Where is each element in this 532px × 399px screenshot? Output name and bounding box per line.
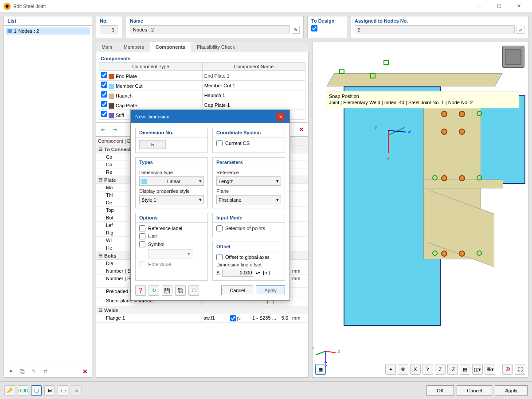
- view-3d-panel[interactable]: y z x Snap Position Joint | Elementary W…: [312, 42, 528, 378]
- ref-select[interactable]: Length▾: [216, 176, 281, 186]
- name-input[interactable]: [130, 25, 290, 34]
- dim-type-label: Dimension type: [139, 170, 204, 175]
- footer-view1-icon[interactable]: ▢: [31, 385, 42, 396]
- tab-components[interactable]: Components: [150, 42, 191, 52]
- view-print-icon[interactable]: 🖶▾: [485, 364, 495, 375]
- dim-type-select[interactable]: Linear▾: [139, 176, 204, 186]
- dim-offset-unit: [m]: [263, 270, 270, 275]
- spinner-icon[interactable]: ▴▾: [256, 270, 260, 275]
- tabs: Main Members Components Plausibility Che…: [96, 42, 309, 52]
- view-snap-icon[interactable]: ⦿: [502, 364, 513, 375]
- view-eye-icon[interactable]: 👁: [398, 364, 408, 375]
- tab-members[interactable]: Members: [118, 42, 150, 52]
- snap-tooltip: Snap Position Joint | Elementary Weld | …: [326, 91, 519, 108]
- list-toolbar: ✳ ⿻ ✎ ⇄ ✕: [4, 365, 92, 377]
- modal-close-button[interactable]: ✕: [276, 113, 285, 121]
- list-item[interactable]: 1 Nodes : 2: [6, 27, 90, 35]
- todesign-card: To Design: [307, 16, 347, 38]
- row-checkbox[interactable]: [101, 91, 107, 98]
- assigned-input[interactable]: [355, 25, 515, 34]
- delta-symbol: Δ: [216, 270, 219, 275]
- minimize-button[interactable]: —: [470, 0, 489, 12]
- tab-main[interactable]: Main: [96, 42, 118, 52]
- list-item-label: Nodes : 2: [18, 28, 39, 34]
- apply-button[interactable]: Apply: [495, 385, 528, 396]
- rename-icon[interactable]: ✎: [292, 26, 300, 34]
- refresh-icon[interactable]: ↻: [149, 285, 159, 296]
- group-welds[interactable]: ⊟Welds: [96, 306, 308, 314]
- offset-global-checkbox[interactable]: [216, 254, 223, 260]
- plane-label: Plane: [216, 188, 281, 194]
- screen-icon[interactable]: 🖵: [188, 285, 199, 296]
- footer-view2-icon[interactable]: ⊞: [44, 385, 55, 396]
- close-button[interactable]: ✕: [509, 0, 528, 12]
- swatch-icon: [109, 74, 114, 79]
- move-right-icon[interactable]: ⇥: [110, 125, 119, 134]
- help-icon[interactable]: ❓: [135, 285, 146, 296]
- ok-button[interactable]: OK: [426, 385, 454, 396]
- swatch-icon: [109, 94, 114, 99]
- disp-label: Display properties style: [139, 188, 204, 194]
- view-frame-icon[interactable]: ▦: [315, 364, 326, 375]
- todesign-label: To Design: [311, 18, 343, 23]
- selection-points-checkbox[interactable]: [216, 225, 223, 231]
- symbol-checkbox[interactable]: [139, 241, 145, 247]
- footer-units-icon[interactable]: 0,00: [18, 385, 28, 396]
- dim-offset-label: Dimension line offset: [216, 262, 281, 267]
- table-row[interactable]: End PlateEnd Plate 1: [99, 71, 305, 81]
- dim-offset-input[interactable]: [222, 269, 253, 277]
- modal-cancel-button[interactable]: Cancel: [221, 286, 253, 295]
- components-title: Components: [99, 55, 305, 62]
- copy-modal-icon[interactable]: ⿻: [175, 285, 186, 296]
- footer-screen-icon[interactable]: 🖵: [58, 385, 68, 396]
- view-expand-icon[interactable]: ⛶: [515, 364, 525, 375]
- table-row[interactable]: Member CutMember Cut 1: [99, 81, 305, 90]
- plane-select[interactable]: First plane▾: [216, 195, 281, 204]
- ref-label-checkbox[interactable]: [139, 225, 145, 231]
- input-mode-title: Input Mode: [213, 213, 285, 223]
- view-render-icon[interactable]: ◫▾: [472, 364, 483, 375]
- delete-button[interactable]: ✕: [80, 367, 90, 376]
- copy-icon[interactable]: ⿻: [17, 367, 27, 376]
- view-z-icon[interactable]: Z: [435, 364, 446, 375]
- footer-fx-icon[interactable]: fx: [71, 385, 82, 396]
- view-negz-icon[interactable]: -Z: [447, 364, 458, 375]
- save-icon[interactable]: 💾: [162, 285, 172, 296]
- navcube-icon[interactable]: [502, 46, 524, 68]
- modal-apply-button[interactable]: Apply: [256, 286, 285, 295]
- delete-component-button[interactable]: ✕: [297, 125, 306, 134]
- maximize-button[interactable]: ☐: [489, 0, 509, 12]
- view-ucs-icon[interactable]: ✦: [385, 364, 396, 375]
- list-header: List: [4, 16, 92, 26]
- row-checkbox[interactable]: [101, 72, 107, 78]
- todesign-checkbox[interactable]: [311, 25, 317, 31]
- view-x-icon[interactable]: X: [410, 364, 421, 375]
- tool3-icon[interactable]: ✎: [29, 367, 39, 376]
- tool4-icon[interactable]: ⇄: [40, 367, 50, 376]
- footer-key-icon[interactable]: 🔑: [4, 385, 15, 396]
- cancel-button[interactable]: Cancel: [457, 385, 492, 396]
- tab-plausibility[interactable]: Plausibility Check: [191, 42, 241, 52]
- row-checkbox[interactable]: [101, 101, 107, 107]
- disp-style-select[interactable]: Style 1▾: [139, 195, 204, 204]
- options-title: Options: [136, 213, 207, 223]
- new-icon[interactable]: ✳: [6, 367, 16, 376]
- hide-value-checkbox: [139, 261, 145, 267]
- unit-checkbox[interactable]: [139, 233, 145, 239]
- swatch-icon: [109, 103, 114, 109]
- weld-checkbox[interactable]: [230, 315, 236, 321]
- row-checkbox[interactable]: [101, 82, 107, 88]
- move-left-icon[interactable]: ⇤: [98, 125, 108, 134]
- view-iso-icon[interactable]: ▤: [460, 364, 470, 375]
- table-row[interactable]: HaunchHaunch 1: [99, 90, 305, 100]
- assigned-label: Assigned to Nodes No.: [355, 18, 524, 23]
- list-item-index: 1: [14, 28, 16, 34]
- titlebar: ⬢ Edit Steel Joint — ☐ ✕: [0, 0, 532, 12]
- pick-node-icon[interactable]: ⤢: [516, 26, 524, 34]
- table-row[interactable]: Cap PlateCap Plate 1: [99, 100, 305, 110]
- name-card: Name ✎: [126, 16, 304, 38]
- tooltip-line2: Joint | Elementary Weld | Index: 40 | St…: [329, 99, 516, 106]
- view-y-icon[interactable]: Y: [422, 364, 433, 375]
- row-checkbox[interactable]: [101, 111, 107, 117]
- current-cs-checkbox[interactable]: [216, 140, 223, 146]
